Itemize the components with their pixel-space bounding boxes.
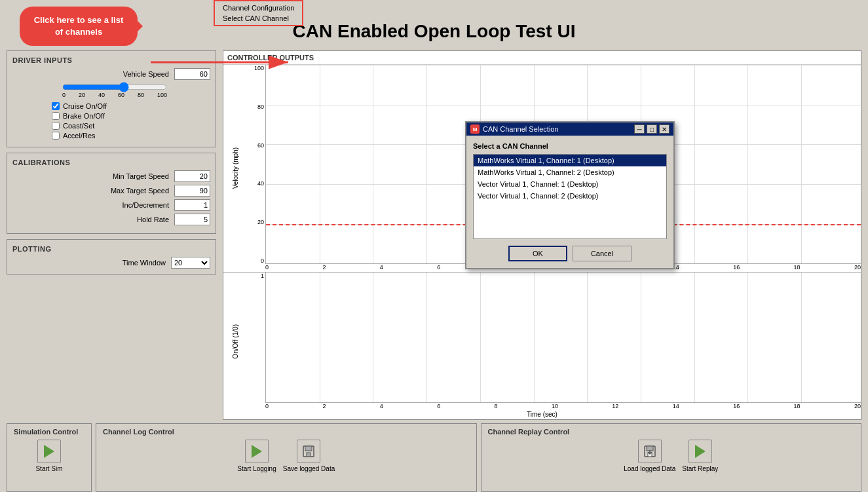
dialog-close-btn[interactable]: ✕ — [659, 124, 670, 134]
dialog-restore-btn[interactable]: □ — [647, 124, 657, 134]
x-axis-label: Time (sec) — [223, 411, 861, 419]
channel-log-title: Channel Log Control — [103, 428, 174, 436]
driver-inputs-section: DRIVER INPUTS Vehicle Speed 020406080100… — [7, 50, 216, 147]
slider-ticks: 020406080100 — [62, 92, 167, 98]
vehicle-speed-label: Vehicle Speed — [12, 70, 174, 78]
dialog-minimize-btn[interactable]: ─ — [634, 124, 645, 134]
accel-checkbox-row: Accel/Res — [12, 132, 210, 140]
svg-rect-2 — [305, 446, 312, 451]
channel-item-0[interactable]: MathWorks Virtual 1, Channel: 1 (Desktop… — [474, 155, 666, 166]
controller-outputs-title: CONTROLLER OUTPUTS — [223, 51, 861, 65]
cruise-checkbox-row: Cruise On/Off — [12, 102, 210, 110]
save-data-button[interactable]: Save logged Data — [283, 440, 335, 472]
start-logging-label: Start Logging — [237, 465, 276, 472]
simulation-control-panel: Simulation Control Start Sim — [7, 423, 92, 492]
load-data-label: Load logged Data — [624, 465, 675, 472]
tooltip-text: Click here to see a list of channels — [34, 15, 124, 37]
start-sim-label: Start Sim — [35, 465, 62, 472]
hold-rate-input[interactable] — [174, 214, 210, 225]
velocity-y-axis: 100 80 60 40 20 0 — [247, 65, 265, 264]
accel-label: Accel/Res — [63, 132, 96, 140]
plotting-title: PLOTTING — [12, 245, 210, 253]
tab-select-can-channel[interactable]: Select CAN Channel — [216, 13, 301, 24]
dialog-ok-button[interactable]: OK — [508, 246, 567, 261]
channel-item-2[interactable]: Vector Virtual 1, Channel: 1 (Desktop) — [474, 178, 666, 190]
coast-checkbox-row: Coast/Set — [12, 122, 210, 130]
tooltip-bubble: Click here to see a list of channels — [20, 7, 138, 46]
dialog-icon: M — [470, 124, 480, 134]
time-window-label: Time Window — [12, 259, 171, 267]
onoff-x-ticks: 02468101214161820 — [265, 403, 861, 411]
dialog-titlebar: M CAN Channel Selection ─ □ ✕ — [466, 123, 673, 136]
calibrations-title: CALIBRATIONS — [12, 159, 210, 166]
coast-label: Coast/Set — [63, 122, 94, 130]
start-logging-button[interactable]: Start Logging — [237, 440, 276, 472]
hold-rate-label: Hold Rate — [12, 216, 174, 223]
calibrations-section: CALIBRATIONS Min Target Speed Max Target… — [7, 153, 216, 234]
can-dialog: M CAN Channel Selection ─ □ ✕ Select a C… — [465, 121, 675, 269]
min-target-speed-label: Min Target Speed — [12, 172, 174, 180]
svg-rect-3 — [307, 453, 311, 457]
min-target-speed-input[interactable] — [174, 170, 210, 182]
max-target-speed-input[interactable] — [174, 185, 210, 197]
cruise-label: Cruise On/Off — [63, 102, 107, 110]
load-data-button[interactable]: Load logged Data — [624, 440, 675, 472]
plotting-section: PLOTTING Time Window 20 10 30 60 — [7, 239, 216, 274]
onoff-y-axis: 1 — [247, 273, 265, 403]
velocity-y-label: Velocity (mph) — [229, 145, 242, 191]
accel-checkbox[interactable] — [52, 132, 60, 140]
brake-label: Brake On/Off — [63, 112, 105, 120]
dialog-title: CAN Channel Selection — [483, 125, 559, 133]
menu-tabs-box: Channel Configuration Select CAN Channel — [214, 0, 303, 26]
onoff-y-label: On/Off (1/0) — [229, 322, 242, 362]
brake-checkbox[interactable] — [52, 112, 60, 120]
start-replay-label: Start Replay — [682, 465, 718, 472]
brake-checkbox-row: Brake On/Off — [12, 112, 210, 120]
dialog-subtitle: Select a CAN Channel — [473, 142, 667, 150]
onoff-chart-canvas — [265, 273, 861, 403]
coast-checkbox[interactable] — [52, 122, 60, 130]
driver-inputs-title: DRIVER INPUTS — [12, 56, 210, 64]
svg-rect-5 — [647, 446, 653, 451]
save-data-label: Save logged Data — [283, 465, 335, 472]
max-target-speed-label: Max Target Speed — [12, 187, 174, 195]
channel-item-3[interactable]: Vector Virtual 1, Channel: 2 (Desktop) — [474, 190, 666, 202]
tab-channel-configuration[interactable]: Channel Configuration — [216, 3, 301, 13]
channel-replay-title: Channel Replay Control — [488, 428, 570, 436]
channel-log-control-panel: Channel Log Control Start Logging — [96, 423, 477, 492]
channel-item-1[interactable]: MathWorks Virtual 1, Channel: 2 (Desktop… — [474, 166, 666, 178]
start-replay-button[interactable]: Start Replay — [682, 440, 718, 472]
dialog-cancel-button[interactable]: Cancel — [573, 246, 632, 261]
time-window-select[interactable]: 20 10 30 60 — [171, 257, 210, 269]
channel-replay-control-panel: Channel Replay Control Load logged Dat — [481, 423, 862, 492]
speed-slider[interactable] — [62, 83, 167, 92]
vehicle-speed-input[interactable] — [174, 68, 210, 80]
sim-control-title: Simulation Control — [14, 428, 78, 436]
cruise-checkbox[interactable] — [52, 102, 60, 110]
inc-decrement-input[interactable] — [174, 199, 210, 211]
start-sim-button[interactable]: Start Sim — [35, 440, 62, 472]
channel-listbox[interactable]: MathWorks Virtual 1, Channel: 1 (Desktop… — [473, 154, 667, 239]
inc-decrement-label: Inc/Decrement — [12, 201, 174, 209]
